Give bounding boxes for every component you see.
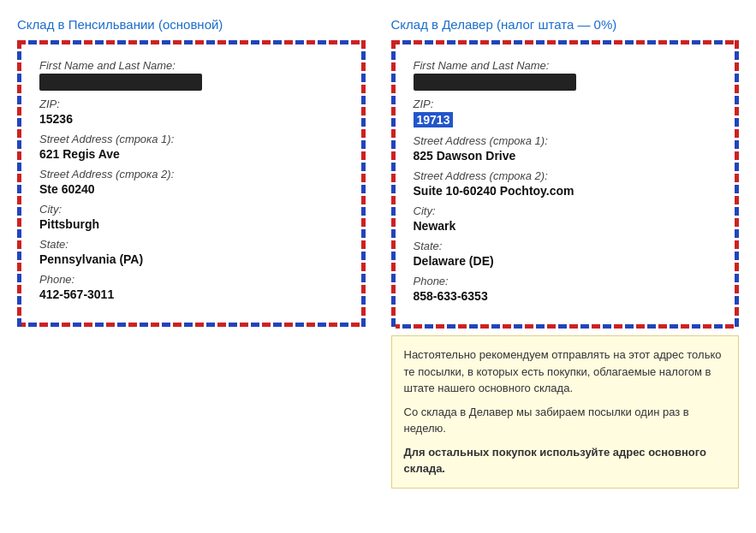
left-street2-value: Ste 60240 [39, 182, 343, 196]
left-city-value: Pittsburgh [39, 217, 343, 231]
left-zip-row: ZIP: 15236 [39, 98, 343, 126]
right-city-value: Newark [414, 219, 717, 233]
left-state-label: State: [39, 238, 343, 251]
left-name-row: First Name and Last Name: [39, 59, 343, 91]
left-zip-value: 15236 [39, 112, 343, 126]
warning-box: Настоятельно рекомендуем отправлять на э… [391, 335, 740, 489]
right-state-row: State: Delaware (DE) [414, 240, 717, 268]
right-state-value: Delaware (DE) [414, 254, 717, 268]
right-street1-label: Street Address (строка 1): [414, 134, 717, 147]
right-street2-row: Street Address (строка 2): Suite 10-6024… [414, 169, 717, 198]
right-phone-row: Phone: 858-633-6353 [414, 275, 717, 303]
left-phone-label: Phone: [39, 273, 343, 286]
left-street2-label: Street Address (строка 2): [39, 168, 343, 181]
right-city-row: City: Newark [414, 204, 717, 233]
right-phone-value: 858-633-6353 [414, 289, 717, 303]
left-warehouse-column: Склад в Пенсильвании (основной) First Na… [17, 17, 366, 331]
right-street1-value: 825 Dawson Drive [414, 149, 717, 163]
right-zip-row: ZIP: 19713 [414, 98, 717, 127]
border-bottom-right [391, 324, 740, 329]
left-zip-label: ZIP: [39, 98, 343, 110]
border-right-left [361, 40, 366, 327]
right-name-row: First Name and Last Name: [414, 59, 717, 91]
left-street1-row: Street Address (строка 1): 621 Regis Ave [39, 133, 343, 161]
border-top-left [17, 40, 366, 44]
right-zip-label: ZIP: [414, 98, 717, 110]
left-address-card: First Name and Last Name: ZIP: 15236 Str… [17, 40, 366, 327]
left-phone-value: 412-567-3011 [39, 287, 343, 301]
right-address-inner: First Name and Last Name: ZIP: 19713 Str… [405, 52, 726, 317]
right-address-card: First Name and Last Name: ZIP: 19713 Str… [391, 40, 740, 329]
left-state-value: Pennsylvania (PA) [39, 252, 343, 266]
page-container: Склад в Пенсильвании (основной) First Na… [17, 17, 739, 489]
left-name-label: First Name and Last Name: [39, 59, 343, 72]
left-phone-row: Phone: 412-567-3011 [39, 273, 343, 301]
left-address-inner: First Name and Last Name: ZIP: 15236 Str… [31, 52, 352, 315]
border-left-right [391, 40, 396, 329]
right-city-label: City: [414, 204, 717, 217]
right-warehouse-title: Склад в Делавер (налог штата — 0%) [391, 17, 740, 32]
right-zip-value: 19713 [414, 112, 454, 127]
left-street1-value: 621 Regis Ave [39, 147, 343, 161]
left-street1-label: Street Address (строка 1): [39, 133, 343, 145]
warning-line3: Для остальных покупок используйте адрес … [404, 444, 727, 477]
right-street2-label: Street Address (строка 2): [414, 169, 717, 182]
left-street2-row: Street Address (строка 2): Ste 60240 [39, 168, 343, 196]
right-name-value [414, 74, 576, 91]
left-city-label: City: [39, 203, 343, 216]
right-street2-value: Suite 10-60240 Pochtoy.com [414, 184, 717, 198]
left-city-row: City: Pittsburgh [39, 203, 343, 231]
right-warehouse-column: Склад в Делавер (налог штата — 0%) First… [391, 17, 740, 489]
border-right-right [735, 40, 739, 329]
warning-line1: Настоятельно рекомендуем отправлять на э… [404, 346, 727, 397]
border-left-left [17, 40, 21, 327]
left-warehouse-title: Склад в Пенсильвании (основной) [17, 17, 366, 32]
right-street1-row: Street Address (строка 1): 825 Dawson Dr… [414, 134, 717, 163]
border-top-right [391, 40, 740, 44]
left-name-value [39, 74, 202, 91]
right-phone-label: Phone: [414, 275, 717, 287]
left-state-row: State: Pennsylvania (PA) [39, 238, 343, 266]
right-name-label: First Name and Last Name: [414, 59, 717, 72]
warning-line2: Со склада в Делавер мы забираем посылки … [404, 404, 727, 437]
border-bottom-left [17, 323, 366, 327]
right-state-label: State: [414, 240, 717, 252]
